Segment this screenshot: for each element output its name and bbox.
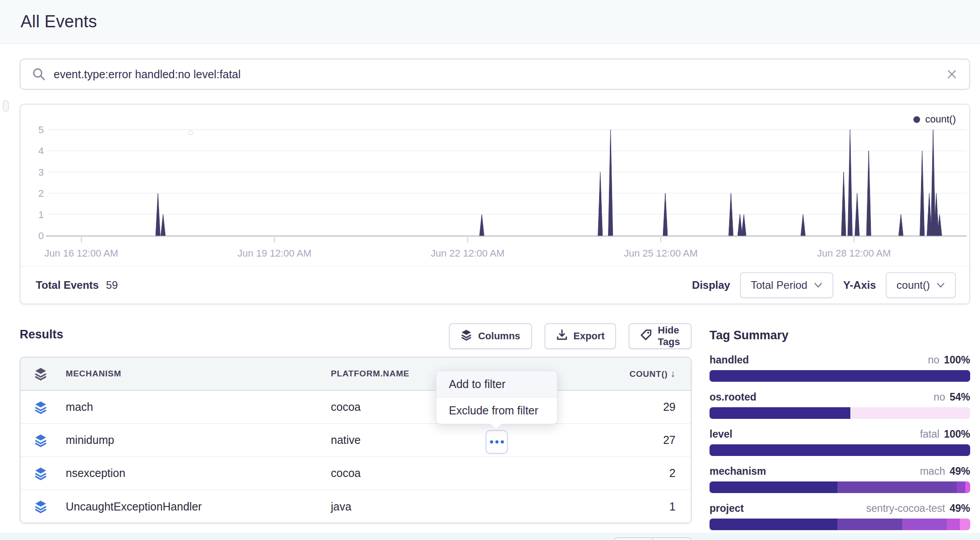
events-chart-panel: count() 012345Jun 16 12:00 AMJun 19 12:0…	[20, 104, 970, 304]
results-heading: Results	[20, 328, 63, 342]
next-page-button[interactable]	[653, 537, 692, 540]
tag-distribution-bar[interactable]	[710, 481, 970, 493]
tag-segment[interactable]	[710, 519, 837, 530]
cell-context-menu: Add to filter Exclude from filter	[436, 371, 558, 424]
legend-series-label: count()	[925, 114, 956, 125]
all-events-page: All Events count() 012345Jun 16 12:00 AM…	[0, 0, 980, 540]
tag-name: level	[710, 428, 732, 440]
svg-text:4: 4	[38, 145, 44, 156]
tag-segment[interactable]	[837, 519, 903, 530]
tag-top-value: sentry-cocoa-test	[866, 502, 945, 514]
hide-tags-button[interactable]: Hide Tags	[629, 323, 692, 349]
yaxis-select[interactable]: count()	[886, 272, 956, 298]
tag-top-value: no	[928, 354, 940, 366]
page-bottom-background	[0, 533, 980, 540]
column-header-mechanism[interactable]: MECHANISM	[61, 369, 331, 379]
clear-search-icon[interactable]	[946, 68, 958, 80]
cell-count: 2	[563, 467, 691, 480]
tag-top-value: fatal	[920, 428, 939, 440]
chart-legend[interactable]: count()	[913, 114, 956, 125]
cell-platform[interactable]: cocoa	[331, 467, 563, 480]
table-header-row: MECHANISM PLATFORM.NAME COUNT()↓	[21, 358, 691, 391]
svg-text:Jun 22 12:00 AM: Jun 22 12:00 AM	[431, 248, 504, 259]
tag-segment[interactable]	[960, 519, 970, 530]
svg-text:3: 3	[38, 167, 44, 178]
table-row[interactable]: UncaughtExceptionHandler java 1	[21, 490, 691, 523]
cell-actions-button[interactable]	[486, 430, 508, 454]
tag-segment[interactable]	[710, 444, 970, 456]
tag-icon	[640, 329, 652, 343]
cell-count: 27	[563, 434, 691, 447]
tag-top-percent: 49%	[950, 465, 970, 477]
sort-descending-icon: ↓	[671, 368, 676, 379]
tag-entry: mechanism mach49%	[710, 465, 970, 493]
page-header: All Events	[0, 0, 980, 44]
cell-mechanism[interactable]: nsexception	[61, 467, 331, 480]
table-row[interactable]: mach cocoa 29	[21, 391, 691, 424]
columns-button[interactable]: Columns	[449, 323, 532, 349]
search-bar	[20, 59, 970, 90]
tag-entry: project sentry-cocoa-test49%	[710, 502, 970, 530]
tag-segment[interactable]	[957, 481, 966, 493]
tag-top-percent: 100%	[944, 428, 970, 440]
stack-icon	[21, 500, 61, 513]
tag-distribution-bar[interactable]	[710, 370, 970, 382]
stack-icon	[21, 467, 61, 480]
tag-segment[interactable]	[710, 370, 970, 382]
svg-text:Jun 25 12:00 AM: Jun 25 12:00 AM	[624, 248, 697, 259]
tag-top-value: no	[934, 391, 945, 403]
tag-list: handled no100% os.rooted no54% level fat…	[710, 354, 970, 530]
svg-text:Jun 28 12:00 AM: Jun 28 12:00 AM	[817, 248, 891, 259]
export-button[interactable]: Export	[545, 323, 617, 349]
tag-segment[interactable]	[837, 481, 957, 493]
cell-platform[interactable]: java	[331, 500, 563, 513]
table-row[interactable]: nsexception cocoa 2	[21, 457, 691, 490]
tag-segment[interactable]	[850, 407, 970, 419]
cell-mechanism[interactable]: minidump	[61, 434, 331, 447]
svg-text:1: 1	[38, 209, 44, 220]
cell-mechanism[interactable]: mach	[61, 401, 331, 413]
search-input[interactable]	[54, 68, 946, 81]
column-header-count[interactable]: COUNT()↓	[563, 368, 691, 379]
tag-distribution-bar[interactable]	[710, 519, 970, 530]
cell-mechanism[interactable]: UncaughtExceptionHandler	[61, 500, 331, 513]
cell-platform[interactable]: native	[331, 434, 563, 447]
tag-segment[interactable]	[902, 519, 946, 530]
chevron-down-icon	[936, 282, 945, 288]
yaxis-select-value: count()	[896, 279, 930, 291]
svg-text:Jun 16 12:00 AM: Jun 16 12:00 AM	[44, 248, 118, 259]
chart-footer: Total Events 59 Display Total Period Y-A…	[21, 266, 969, 304]
tag-distribution-bar[interactable]	[710, 444, 970, 456]
stack-icon	[21, 367, 61, 380]
tag-segment[interactable]	[965, 481, 970, 493]
cell-count: 1	[563, 500, 691, 513]
tag-segment[interactable]	[947, 519, 960, 530]
context-menu-item-add-to-filter[interactable]: Add to filter	[436, 371, 557, 397]
tag-segment[interactable]	[710, 481, 837, 493]
display-select-value: Total Period	[751, 279, 807, 291]
table-row[interactable]: minidump native 27	[21, 424, 691, 457]
tag-name: project	[710, 502, 744, 515]
previous-page-button[interactable]	[614, 537, 653, 540]
tag-segment[interactable]	[710, 407, 850, 419]
yaxis-label: Y-Axis	[843, 279, 876, 291]
tag-name: mechanism	[710, 465, 766, 477]
tag-summary-heading: Tag Summary	[710, 329, 970, 342]
total-events-value: 59	[106, 279, 118, 291]
svg-text:2: 2	[38, 188, 44, 199]
tag-entry: handled no100%	[710, 354, 970, 382]
tag-top-percent: 100%	[944, 354, 970, 366]
page-title: All Events	[21, 12, 97, 31]
svg-text:Jun 19 12:00 AM: Jun 19 12:00 AM	[237, 248, 311, 259]
tag-top-value: mach	[920, 465, 945, 477]
display-select[interactable]: Total Period	[740, 272, 833, 298]
legend-series-dot	[913, 116, 920, 123]
display-label: Display	[692, 279, 730, 291]
panel-drag-handle[interactable]	[3, 100, 9, 112]
tag-top-percent: 54%	[950, 391, 970, 403]
tag-name: handled	[710, 354, 749, 366]
results-actions: ColumnsExportHide Tags	[456, 323, 692, 349]
events-time-series-chart[interactable]: 012345Jun 16 12:00 AMJun 19 12:00 AMJun …	[21, 105, 969, 266]
tag-distribution-bar[interactable]	[710, 407, 970, 419]
results-table: MECHANISM PLATFORM.NAME COUNT()↓ mach co…	[20, 357, 692, 523]
